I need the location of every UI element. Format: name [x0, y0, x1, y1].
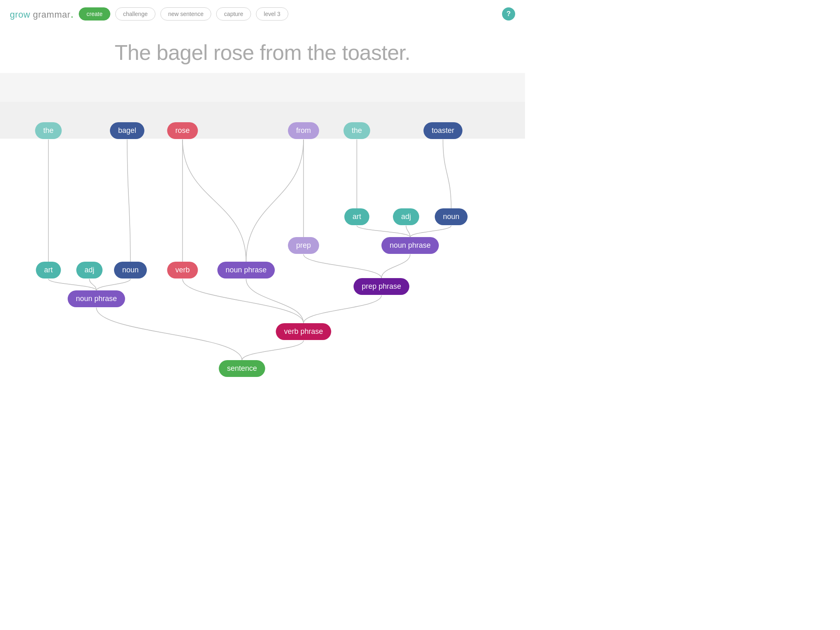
node-noun1[interactable]: noun	[114, 262, 147, 278]
challenge-button[interactable]: challenge	[115, 7, 155, 21]
node-art1[interactable]: art	[36, 262, 61, 278]
node-art2[interactable]: art	[344, 208, 369, 225]
node-verb1[interactable]: verb	[167, 262, 198, 278]
header: grow grammar. create challenge new sente…	[0, 0, 525, 28]
node-np2[interactable]: noun phrase	[381, 237, 439, 254]
node-prep1[interactable]: prep	[288, 237, 319, 254]
node-the1[interactable]: the	[35, 122, 62, 139]
level-button[interactable]: level 3	[256, 7, 288, 21]
logo: grow grammar.	[10, 7, 74, 21]
node-adj1[interactable]: adj	[76, 262, 103, 278]
tree-nodes: thebagelrosefromthetoasterartadjnounverb…	[0, 102, 525, 394]
create-button[interactable]: create	[79, 7, 110, 21]
node-rose[interactable]: rose	[167, 122, 198, 139]
logo-grow: grow	[10, 9, 30, 20]
node-adj2[interactable]: adj	[393, 208, 419, 225]
word-strip	[0, 73, 525, 102]
sentence-display: The bagel rose from the toaster.	[0, 28, 525, 73]
node-bagel[interactable]: bagel	[110, 122, 144, 139]
tree-container: thebagelrosefromthetoasterartadjnounverb…	[0, 102, 525, 394]
new-sentence-button[interactable]: new sentence	[160, 7, 211, 21]
node-vp1[interactable]: verb phrase	[276, 323, 331, 340]
node-pp1[interactable]: prep phrase	[354, 278, 409, 295]
help-button[interactable]: ?	[502, 7, 515, 21]
node-noun2[interactable]: noun	[435, 208, 468, 225]
logo-dot: .	[71, 7, 74, 20]
node-toaster[interactable]: toaster	[423, 122, 462, 139]
node-the2[interactable]: the	[343, 122, 370, 139]
capture-button[interactable]: capture	[216, 7, 251, 21]
logo-grammar: grammar	[30, 9, 71, 20]
node-np3[interactable]: noun phrase	[68, 290, 125, 307]
node-sent[interactable]: sentence	[219, 360, 265, 377]
node-from[interactable]: from	[288, 122, 319, 139]
node-np1[interactable]: noun phrase	[217, 262, 275, 278]
